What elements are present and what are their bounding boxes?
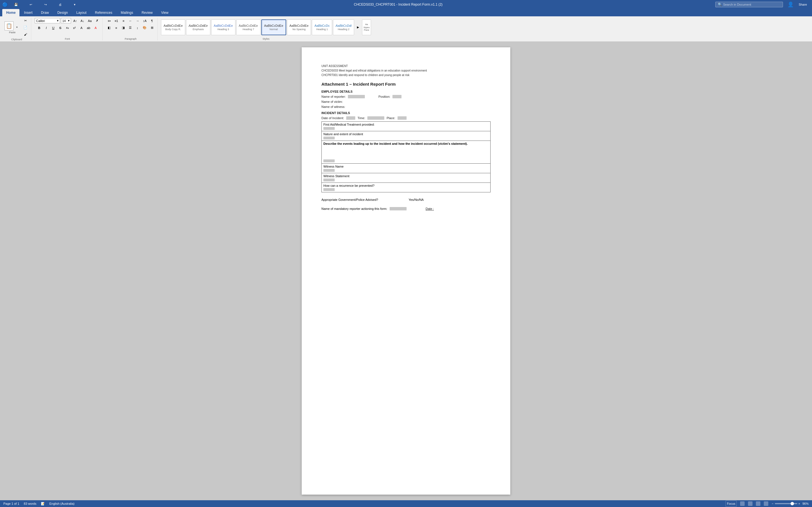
underline-button[interactable]: U (50, 25, 56, 31)
witness-row: Name of witness: (321, 105, 491, 108)
position-value[interactable] (393, 95, 402, 98)
italic-button[interactable]: I (43, 25, 49, 31)
clear-formatting-button[interactable]: ✗ (94, 18, 100, 24)
tab-references[interactable]: References (91, 9, 116, 16)
increase-font-button[interactable]: A↑ (72, 18, 79, 24)
employee-details-heading: EMPLOYEE DETAILS (321, 90, 491, 93)
tab-insert[interactable]: Insert (20, 9, 36, 16)
view-normal-icon[interactable] (740, 501, 745, 506)
events-row: Describe the events leading up to the in… (322, 141, 491, 164)
cut-button[interactable]: ✂ (22, 18, 29, 24)
mandatory-reporter-value[interactable] (390, 207, 407, 210)
bold-button[interactable]: B (36, 25, 42, 31)
share-button[interactable]: Share (796, 2, 810, 7)
styles-pane-button[interactable]: Aa Styles Pane (362, 19, 371, 35)
search-bar[interactable]: 🔍 (715, 2, 783, 7)
prevention-row: How can a recurrence be prevented? (322, 183, 491, 192)
view-outline-icon[interactable] (764, 501, 768, 506)
paste-dropdown-button[interactable]: ▾ (14, 24, 20, 31)
decrease-font-button[interactable]: A↓ (79, 18, 86, 24)
tab-home[interactable]: Home (2, 9, 19, 16)
save-button[interactable]: 💾 (10, 0, 22, 9)
zoom-control[interactable]: − + 96% (772, 502, 809, 505)
place-value[interactable] (398, 116, 407, 120)
user-avatar[interactable]: 👤 (788, 1, 794, 8)
mandatory-reporter-label: Name of mandatory reporter actioning thi… (321, 207, 388, 210)
style-emphasis[interactable]: AaBbCcDdEe Emphasis (186, 19, 210, 35)
copy-button[interactable]: 📄 (22, 24, 29, 31)
zoom-slider[interactable] (775, 503, 797, 504)
witness-name-cell[interactable]: Witness Name (322, 164, 491, 173)
zoom-in-icon[interactable]: + (799, 502, 800, 505)
style-body-copy[interactable]: AaBbCcDdEe Body Copy R. (161, 19, 185, 35)
reporter-value[interactable] (348, 95, 365, 98)
events-cell[interactable]: Describe the events leading up to the in… (322, 141, 491, 164)
line-spacing-button[interactable]: ↕ (134, 25, 140, 31)
increase-indent-button[interactable]: → (135, 18, 141, 24)
style-heading2[interactable]: AaBbCcDdi Heading 2 (333, 19, 354, 35)
word-icon: 🔵 (2, 2, 8, 7)
tab-review[interactable]: Review (138, 9, 156, 16)
text-effects-button[interactable]: A (79, 25, 85, 31)
ribbon-tabs: Home Insert Draw Design Layout Reference… (0, 9, 812, 16)
prevention-cell[interactable]: How can a recurrence be prevented? (322, 183, 491, 192)
language-indicator[interactable]: 📝 (41, 502, 45, 506)
search-input[interactable] (723, 3, 779, 6)
sort-button[interactable]: ↕A (142, 18, 148, 24)
witness-statement-cell[interactable]: Witness Statement (322, 173, 491, 183)
tab-design[interactable]: Design (53, 9, 71, 16)
first-aid-cell[interactable]: First Aid/Medical Treatment provided: (322, 122, 491, 131)
strikethrough-button[interactable]: S (57, 25, 63, 31)
align-center-button[interactable]: ≡ (113, 25, 119, 31)
highlight-color-button[interactable]: ab (86, 25, 92, 31)
style-heading7[interactable]: AaBbCcDdEe Heading 7 (236, 19, 260, 35)
redo-button[interactable]: ↪ (39, 0, 52, 9)
font-name-selector[interactable]: Calibri ▾ (35, 18, 60, 23)
font-size-selector[interactable]: 14 ▾ (61, 18, 71, 23)
time-value[interactable] (367, 116, 384, 120)
tab-mailings[interactable]: Mailings (117, 9, 137, 16)
view-web-icon[interactable] (756, 501, 760, 506)
view-read-icon[interactable] (748, 501, 753, 506)
quick-access-more-button[interactable]: ▾ (68, 0, 81, 9)
multilevel-list-button[interactable]: ≡ (120, 18, 126, 24)
zoom-out-icon[interactable]: − (772, 502, 773, 505)
date-link[interactable]: Date : (426, 207, 434, 210)
font-color-button[interactable]: A (93, 25, 99, 31)
borders-button[interactable]: ⊞ (149, 25, 155, 31)
format-painter-button[interactable]: 🖌 (22, 31, 29, 38)
subscript-button[interactable]: x₂ (64, 25, 70, 31)
change-case-button[interactable]: Aa (87, 18, 93, 24)
style-heading3[interactable]: AaBbCcDdEe Heading 3 (211, 19, 236, 35)
align-right-button[interactable]: ◨ (120, 25, 126, 31)
page-info: Page 1 of 1 (3, 502, 19, 505)
witness-label: Name of witness: (321, 105, 345, 108)
undo-button[interactable]: ↩ (24, 0, 37, 9)
focus-button[interactable]: Focus (725, 501, 737, 507)
justify-button[interactable]: ☰ (127, 25, 133, 31)
search-icon: 🔍 (718, 3, 722, 6)
clipboard-group: 📋 ▾ Paste ✂ 📄 🖌 Clipboard (2, 18, 31, 40)
place-label: Place: (387, 116, 395, 120)
style-normal[interactable]: AaBbCcDdEe Normal (261, 19, 286, 35)
tab-view[interactable]: View (157, 9, 172, 16)
tab-layout[interactable]: Layout (72, 9, 91, 16)
decrease-indent-button[interactable]: ← (128, 18, 134, 24)
date-value[interactable] (346, 116, 355, 120)
nature-cell[interactable]: Nature and extent of incident (322, 131, 491, 141)
bullets-button[interactable]: ≡• (106, 18, 112, 24)
style-no-spacing[interactable]: AaBbCcDdEe No Spacing (287, 19, 311, 35)
document-page[interactable]: UNIT ASSESSMENT CHCEDS033 Meet legal and… (302, 47, 510, 495)
zoom-level: 96% (802, 502, 809, 505)
paragraph-group: ≡• ≡1 ≡ ← → ↕A ¶ ◧ ≡ ◨ ☰ ↕ 🎨 ⊞ Paragraph (104, 18, 158, 40)
tab-draw[interactable]: Draw (37, 9, 53, 16)
quick-access-toolbar: 🔵 💾 ↩ ↪ 🖨 ▾ (2, 0, 81, 9)
styles-scroll-right-button[interactable]: ▶ (355, 19, 361, 35)
superscript-button[interactable]: x² (71, 25, 78, 31)
style-heading1[interactable]: AaBbCcDc Heading 1 (312, 19, 332, 35)
show-formatting-button[interactable]: ¶ (149, 18, 155, 24)
align-left-button[interactable]: ◧ (106, 25, 112, 31)
shading-button[interactable]: 🎨 (141, 25, 148, 31)
numbering-button[interactable]: ≡1 (113, 18, 119, 24)
print-button[interactable]: 🖨 (54, 0, 66, 9)
